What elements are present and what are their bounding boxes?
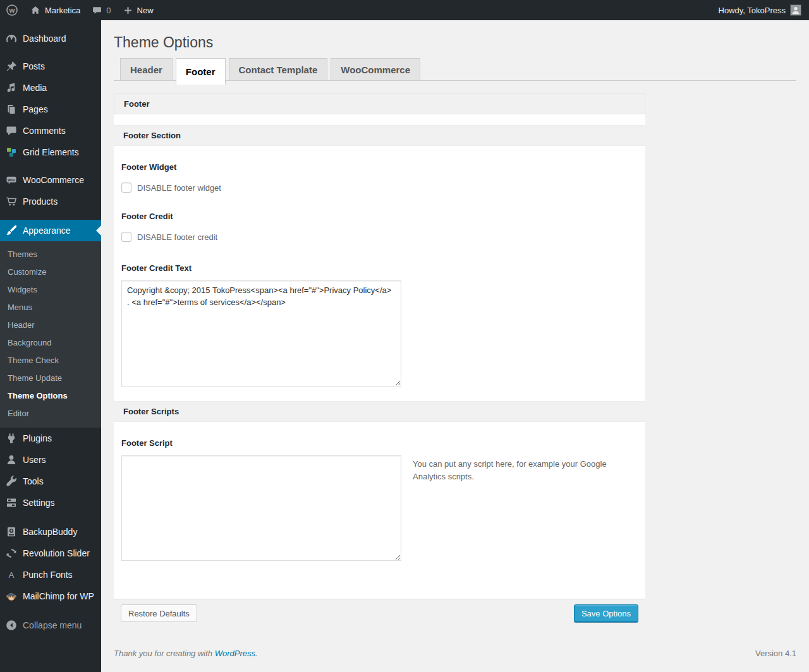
- sidebar-item-settings[interactable]: Settings: [0, 492, 101, 513]
- sidebar-item-posts[interactable]: Posts: [0, 56, 101, 77]
- panel-button-bar: Restore Defaults Save Options: [114, 599, 645, 627]
- tab-woocommerce[interactable]: WooCommerce: [331, 58, 420, 81]
- save-options-button[interactable]: Save Options: [574, 604, 638, 622]
- submenu-item-theme-options[interactable]: Theme Options: [0, 387, 101, 405]
- comments-count: 0: [106, 6, 111, 15]
- tabs-bar: Header Footer Contact Template WooCommer…: [114, 58, 796, 85]
- footer-script-label: Footer Script: [121, 422, 636, 448]
- submenu-item-header[interactable]: Header: [0, 316, 101, 334]
- submenu-item-themes[interactable]: Themes: [0, 246, 101, 263]
- sidebar-item-tools[interactable]: Tools: [0, 471, 101, 492]
- admin-bar-left: W Marketica 0 New: [0, 0, 159, 20]
- sidebar-item-label: MailChimp for WP: [23, 591, 94, 601]
- sidebar-item-plugins[interactable]: Plugins: [0, 428, 101, 449]
- submenu-item-background[interactable]: Background: [0, 334, 101, 352]
- sidebar-item-pages[interactable]: Pages: [0, 99, 101, 120]
- comments-icon: [5, 124, 18, 137]
- dashboard-icon: [5, 32, 18, 45]
- main-content: Theme Options Header Footer Contact Temp…: [101, 20, 809, 669]
- footer-widget-label: Footer Widget: [121, 146, 636, 172]
- panel-gap: [114, 114, 645, 125]
- wordpress-logo-icon: W: [6, 4, 18, 16]
- restore-defaults-button[interactable]: Restore Defaults: [121, 604, 197, 622]
- submenu-item-theme-check[interactable]: Theme Check: [0, 352, 101, 369]
- submenu-item-theme-update[interactable]: Theme Update: [0, 369, 101, 387]
- sidebar-item-grid-elements[interactable]: Grid Elements: [0, 141, 101, 163]
- collapse-menu-button[interactable]: Collapse menu: [0, 615, 101, 636]
- sidebar-item-woocommerce[interactable]: Woo WooCommerce: [0, 169, 101, 191]
- sidebar-item-label: Dashboard: [23, 33, 66, 44]
- svg-text:W: W: [9, 7, 15, 14]
- footer-script-hint: You can put any script here, for example…: [413, 458, 610, 483]
- sidebar-item-label: BackupBuddy: [23, 527, 77, 537]
- sidebar-item-label: Pages: [23, 104, 48, 114]
- menu-separator: [0, 49, 101, 56]
- disable-footer-widget-checkbox[interactable]: [121, 183, 131, 193]
- sidebar-item-dashboard[interactable]: Dashboard: [0, 28, 101, 49]
- woocommerce-icon: Woo: [5, 174, 18, 186]
- submenu-item-editor[interactable]: Editor: [0, 405, 101, 423]
- sidebar-item-label: Posts: [23, 61, 45, 71]
- sidebar-item-label: Punch Fonts: [23, 570, 73, 580]
- sidebar-item-label: Media: [23, 83, 47, 93]
- cart-icon: [5, 195, 18, 208]
- sidebar-item-label: Products: [23, 196, 58, 207]
- backupbuddy-icon: [5, 525, 18, 538]
- sidebar-item-label: Grid Elements: [23, 147, 79, 157]
- site-name-link[interactable]: Marketica: [24, 0, 86, 20]
- submenu-item-widgets[interactable]: Widgets: [0, 281, 101, 299]
- sidebar-item-label: Collapse menu: [23, 620, 82, 630]
- wordpress-link[interactable]: WordPress: [215, 649, 255, 658]
- appearance-brush-icon: [5, 224, 18, 237]
- sidebar-item-mailchimp[interactable]: MailChimp for WP: [0, 585, 101, 607]
- footer-script-textarea[interactable]: [121, 455, 401, 561]
- disable-footer-credit-label: DISABLE footer credit: [137, 232, 217, 242]
- sidebar-item-label: Plugins: [23, 433, 52, 443]
- revolution-slider-icon: [5, 547, 18, 560]
- sidebar-item-appearance[interactable]: Appearance: [0, 220, 101, 241]
- plugin-icon: [5, 432, 18, 445]
- mailchimp-icon: [5, 590, 18, 603]
- submenu-item-customize[interactable]: Customize: [0, 263, 101, 281]
- sidebar-item-media[interactable]: Media: [0, 77, 101, 99]
- menu-separator: [0, 163, 101, 169]
- grid-elements-icon: [5, 146, 18, 159]
- appearance-submenu: Themes Customize Widgets Menus Header Ba…: [0, 241, 101, 428]
- sidebar-item-comments[interactable]: Comments: [0, 120, 101, 141]
- admin-bar: W Marketica 0 New Howdy, TokoPress: [0, 0, 809, 20]
- tab-contact-template[interactable]: Contact Template: [229, 58, 328, 81]
- howdy-label: Howdy, TokoPress: [719, 6, 786, 15]
- footer-credit-text-label: Footer Credit Text: [121, 242, 636, 273]
- footer-credit-text-textarea[interactable]: Copyright &copy; 2015 TokoPress<span><a …: [121, 280, 401, 387]
- home-icon: [30, 4, 41, 16]
- collapse-arrow-icon: [5, 619, 18, 632]
- footer-thanks: Thank you for creating with WordPress.: [114, 649, 258, 658]
- wordpress-menu-button[interactable]: W: [0, 0, 24, 20]
- footer-credit-label: Footer Credit: [121, 193, 636, 221]
- sidebar-item-users[interactable]: Users: [0, 449, 101, 471]
- version-label: Version 4.1: [755, 649, 796, 658]
- settings-icon: [5, 496, 18, 509]
- section-header-footer-section: Footer Section: [114, 125, 645, 146]
- disable-footer-credit-checkbox[interactable]: [121, 232, 131, 242]
- menu-separator: [0, 513, 101, 521]
- tab-header[interactable]: Header: [120, 58, 173, 81]
- sidebar-item-backupbuddy[interactable]: BackupBuddy: [0, 521, 101, 543]
- sidebar-item-products[interactable]: Products: [0, 191, 101, 212]
- admin-footer: Thank you for creating with WordPress. V…: [114, 649, 796, 669]
- media-icon: [5, 81, 18, 94]
- sidebar-item-label: WooCommerce: [23, 175, 84, 185]
- plus-icon: [123, 5, 133, 16]
- sidebar-item-revolution-slider[interactable]: Revolution Slider: [0, 543, 101, 564]
- comments-pending-link[interactable]: 0: [86, 0, 116, 20]
- sidebar-item-punch-fonts[interactable]: A Punch Fonts: [0, 564, 101, 585]
- tab-footer[interactable]: Footer: [176, 58, 226, 85]
- svg-text:A: A: [8, 570, 14, 580]
- account-menu[interactable]: Howdy, TokoPress: [719, 5, 809, 15]
- comment-bubble-icon: [92, 5, 102, 16]
- submenu-item-menus[interactable]: Menus: [0, 299, 101, 316]
- theme-options-panel: Footer Footer Section Footer Widget DISA…: [114, 93, 645, 627]
- group-title-footer: Footer: [114, 93, 645, 114]
- new-content-button[interactable]: New: [117, 0, 159, 20]
- thanks-period: .: [255, 649, 258, 658]
